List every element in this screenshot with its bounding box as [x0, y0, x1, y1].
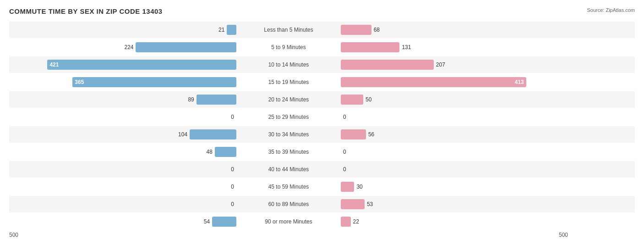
axis-left-value: 500 — [9, 232, 18, 238]
row-label: 15 to 19 Minutes — [238, 79, 339, 85]
female-bar — [341, 25, 371, 35]
table-row: 224 5 to 9 Minutes 131 — [9, 39, 635, 56]
table-row: 365 15 to 19 Minutes 413 — [9, 74, 635, 90]
male-bar — [190, 129, 236, 140]
table-row: 0 60 to 89 Minutes 53 — [9, 196, 635, 212]
female-bar — [341, 95, 363, 105]
male-bar — [215, 147, 236, 157]
male-value: 21 — [218, 27, 224, 33]
row-label: 35 to 39 Minutes — [238, 149, 339, 155]
chart-container: 21 Less than 5 Minutes 68 224 5 to 9 Min… — [9, 22, 635, 238]
female-bar — [341, 199, 365, 209]
right-section: 68 — [339, 25, 568, 35]
female-value: 0 — [343, 114, 346, 120]
female-value: 22 — [353, 218, 359, 225]
female-value: 0 — [343, 166, 346, 173]
left-section: 0 — [9, 201, 238, 207]
male-value: 54 — [204, 218, 210, 225]
female-bar — [341, 42, 399, 52]
chart-title: COMMUTE TIME BY SEX IN ZIP CODE 13403 — [9, 7, 163, 15]
left-section: 89 — [9, 95, 238, 105]
table-row: 0 45 to 59 Minutes 30 — [9, 179, 635, 195]
left-section: 0 — [9, 114, 238, 120]
table-row: 89 20 to 24 Minutes 50 — [9, 91, 635, 108]
table-row: 0 25 to 29 Minutes 0 — [9, 109, 635, 125]
female-bar — [341, 60, 434, 70]
left-section: 21 — [9, 25, 238, 35]
right-section: 131 — [339, 42, 568, 52]
table-row: 0 40 to 44 Minutes 0 — [9, 161, 635, 178]
right-section: 207 — [339, 60, 568, 70]
left-section: 54 — [9, 217, 238, 227]
female-value: 68 — [374, 27, 380, 33]
left-section: 0 — [9, 184, 238, 190]
right-section: 22 — [339, 217, 568, 227]
row-label: 5 to 9 Minutes — [238, 44, 339, 50]
male-value: 0 — [231, 184, 234, 190]
male-bar: 421 — [47, 60, 236, 70]
axis-row: 500 500 — [9, 232, 635, 238]
row-label: 60 to 89 Minutes — [238, 201, 339, 207]
female-value: 207 — [436, 61, 445, 68]
male-value: 365 — [72, 79, 84, 85]
row-label: 40 to 44 Minutes — [238, 166, 339, 173]
male-bar — [136, 42, 236, 52]
female-bar — [341, 182, 354, 192]
axis-right-label: 500 — [339, 232, 568, 238]
right-section: 0 — [339, 149, 568, 155]
left-section: 224 — [9, 42, 238, 52]
table-row: 54 90 or more Minutes 22 — [9, 213, 635, 230]
male-value: 0 — [231, 114, 234, 120]
female-value: 50 — [366, 96, 371, 103]
table-row: 421 10 to 14 Minutes 207 — [9, 56, 635, 73]
male-bar: 365 — [72, 77, 236, 87]
female-bar — [341, 217, 351, 227]
female-value: 413 — [515, 79, 526, 85]
row-label: 45 to 59 Minutes — [238, 184, 339, 190]
right-section: 50 — [339, 95, 568, 105]
male-bar — [196, 95, 236, 105]
source-text: Source: ZipAtlas.com — [587, 7, 635, 13]
table-row: 48 35 to 39 Minutes 0 — [9, 144, 635, 160]
row-label: 30 to 34 Minutes — [238, 131, 339, 138]
male-value: 104 — [178, 131, 187, 138]
row-label: 10 to 14 Minutes — [238, 61, 339, 68]
row-label: Less than 5 Minutes — [238, 27, 339, 33]
right-section: 413 — [339, 77, 568, 87]
male-value: 0 — [231, 166, 234, 173]
male-value: 224 — [124, 44, 133, 50]
right-section: 56 — [339, 129, 568, 140]
male-bar — [227, 25, 236, 35]
female-value: 0 — [343, 149, 346, 155]
row-label: 90 or more Minutes — [238, 218, 339, 225]
right-section: 30 — [339, 182, 568, 192]
female-value: 53 — [367, 201, 373, 207]
female-value: 30 — [356, 184, 362, 190]
left-section: 48 — [9, 147, 238, 157]
right-section: 53 — [339, 199, 568, 209]
female-value: 56 — [368, 131, 374, 138]
left-section: 421 — [9, 60, 238, 70]
male-value: 421 — [47, 61, 59, 68]
male-value: 48 — [207, 149, 213, 155]
male-value: 89 — [188, 96, 194, 103]
axis-left-label: 500 — [9, 232, 238, 238]
male-bar — [212, 217, 236, 227]
table-row: 21 Less than 5 Minutes 68 — [9, 22, 635, 38]
female-value: 131 — [402, 44, 411, 50]
male-value: 0 — [231, 201, 234, 207]
female-bar: 413 — [341, 77, 526, 87]
left-section: 365 — [9, 77, 238, 87]
axis-right-value: 500 — [559, 232, 568, 238]
row-label: 20 to 24 Minutes — [238, 96, 339, 103]
table-row: 104 30 to 34 Minutes 56 — [9, 126, 635, 143]
female-bar — [341, 129, 366, 140]
left-section: 104 — [9, 129, 238, 140]
right-section: 0 — [339, 114, 568, 120]
right-section: 0 — [339, 166, 568, 173]
left-section: 0 — [9, 166, 238, 173]
row-label: 25 to 29 Minutes — [238, 114, 339, 120]
